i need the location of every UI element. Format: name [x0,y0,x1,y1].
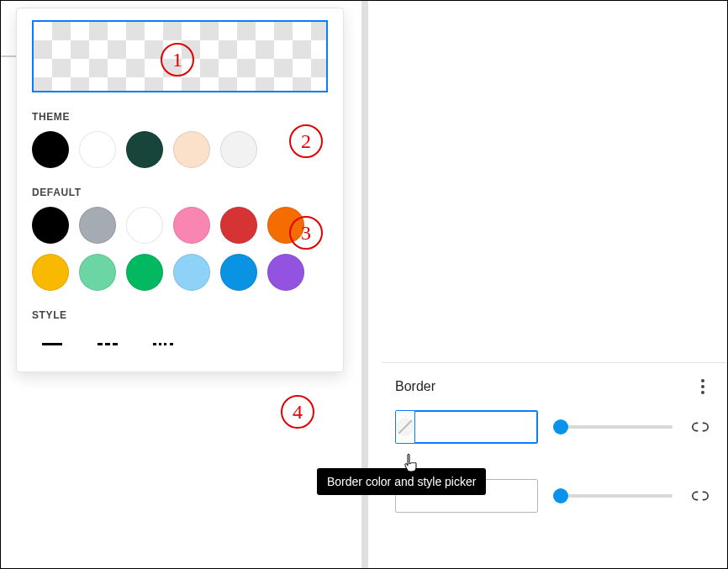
border-radius-slider-wrap [553,494,673,498]
color-swatch[interactable] [220,207,257,244]
color-swatch[interactable] [220,131,257,168]
color-swatch[interactable] [79,131,116,168]
border-color-style-popover: THEME DEFAULT STYLE [16,8,344,372]
border-width-row: PX [395,410,713,444]
panel-options-button[interactable] [693,377,713,397]
border-style-dashed[interactable] [92,336,123,351]
color-swatch[interactable] [79,207,116,244]
annotation-4: 4 [281,395,314,429]
border-width-slider-wrap [553,425,673,429]
default-swatch-grid [32,207,328,291]
section-label-theme: THEME [32,111,328,123]
color-swatch[interactable] [32,207,69,244]
color-swatch[interactable] [79,254,116,291]
color-swatch[interactable] [267,254,304,291]
border-panel: Border PX PX [382,362,726,556]
color-preview-transparent[interactable] [32,20,328,92]
link-icon [691,418,710,436]
color-swatch[interactable] [173,131,210,168]
section-label-style: STYLE [32,309,328,321]
unlink-radii-button[interactable] [688,483,713,508]
panel-title: Border [395,379,435,394]
border-width-input[interactable] [415,411,538,443]
border-radius-slider[interactable] [553,494,673,498]
color-swatch[interactable] [267,207,304,244]
unlink-sides-button[interactable] [688,414,713,440]
theme-swatch-row [32,131,328,168]
border-width-slider[interactable] [553,425,673,429]
border-style-dotted[interactable] [148,336,178,351]
color-swatch[interactable] [220,254,257,291]
color-swatch[interactable] [126,131,163,168]
empty-color-icon [396,418,414,436]
border-style-row [32,329,328,351]
border-style-solid[interactable] [37,336,67,351]
color-swatch[interactable] [32,131,69,168]
color-swatch[interactable] [32,254,69,291]
border-color-style-picker-button[interactable] [396,411,415,443]
color-swatch[interactable] [173,254,210,291]
border-width-field: PX [395,410,538,444]
editor-edge-line [1,55,16,57]
color-swatch[interactable] [126,207,163,244]
panel-header: Border [395,371,713,410]
link-icon [691,487,710,505]
color-swatch[interactable] [173,207,210,244]
color-swatch[interactable] [126,254,163,291]
tooltip: Border color and style picker [317,468,486,495]
section-label-default: DEFAULT [32,187,328,198]
